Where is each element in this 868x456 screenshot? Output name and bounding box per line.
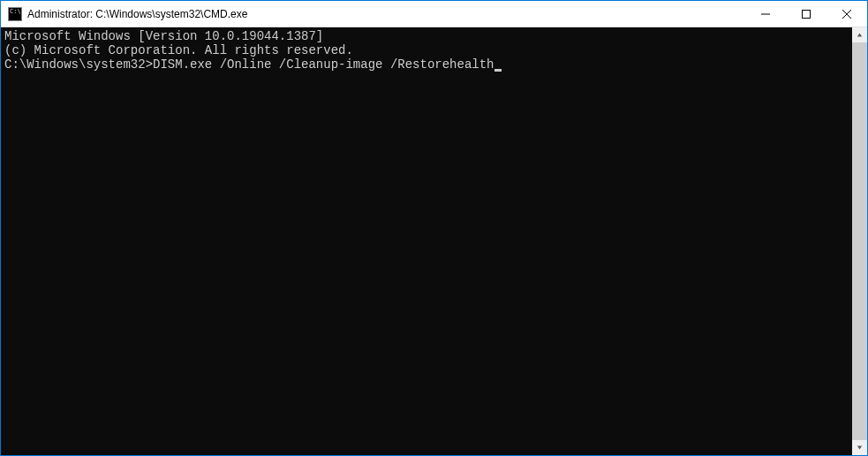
titlebar-title: Administrator: C:\Windows\system32\CMD.e… [27, 8, 745, 20]
close-button[interactable] [826, 1, 867, 27]
minimize-button[interactable] [745, 1, 786, 27]
terminal-cursor [494, 69, 502, 72]
terminal-prompt-line: C:\Windows\system32>DISM.exe /Online /Cl… [4, 57, 849, 72]
terminal-output[interactable]: Microsoft Windows [Version 10.0.19044.13… [1, 27, 852, 455]
scroll-up-button[interactable] [852, 27, 867, 42]
titlebar[interactable]: Administrator: C:\Windows\system32\CMD.e… [1, 1, 867, 27]
cmd-icon [8, 7, 22, 21]
terminal-prompt: C:\Windows\system32> [4, 57, 153, 72]
scroll-down-button[interactable] [852, 440, 867, 455]
terminal-line: (c) Microsoft Corporation. All rights re… [4, 43, 849, 57]
terminal-line: Microsoft Windows [Version 10.0.19044.13… [4, 29, 849, 43]
vertical-scrollbar[interactable] [852, 27, 867, 455]
window-controls [745, 1, 867, 27]
maximize-button[interactable] [786, 1, 826, 27]
cmd-window: Administrator: C:\Windows\system32\CMD.e… [1, 1, 867, 455]
terminal-wrap: Microsoft Windows [Version 10.0.19044.13… [1, 27, 867, 455]
svg-rect-1 [803, 10, 811, 18]
scroll-thumb[interactable] [852, 42, 867, 440]
scroll-track[interactable] [852, 42, 867, 440]
terminal-command-input[interactable]: DISM.exe /Online /Cleanup-image /Restore… [153, 57, 494, 72]
